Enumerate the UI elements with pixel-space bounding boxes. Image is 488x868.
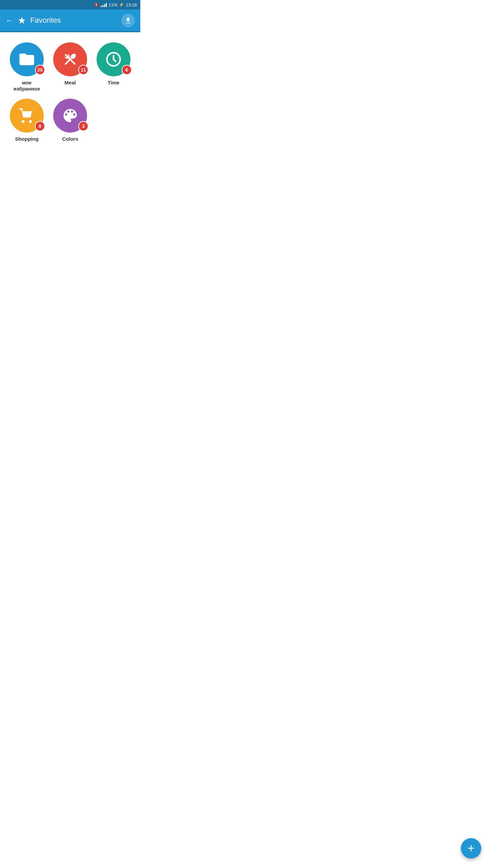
circle-wrapper-colors: 3	[53, 99, 87, 133]
label-meal: Meal	[64, 80, 76, 86]
clock-icon	[105, 51, 122, 68]
star-icon: ★	[18, 15, 26, 26]
circle-wrapper-shopping: 8	[10, 99, 44, 133]
badge-my-favorites: 20	[35, 65, 45, 75]
label-my-favorites: моеизбранное	[14, 80, 40, 92]
category-item-my-favorites[interactable]: 20 моеизбранное	[7, 42, 47, 92]
main-content: 20 моеизбранное	[0, 32, 140, 152]
cutlery-icon	[61, 51, 79, 68]
category-item-meal[interactable]: 11 Meal	[50, 42, 90, 92]
status-bar: 🔇 11% ⚡ 13:18	[0, 0, 140, 9]
bluetooth-icon: 🔇	[94, 2, 99, 7]
circle-wrapper-meal: 11	[53, 42, 87, 76]
badge-meal: 11	[78, 65, 88, 75]
category-grid: 20 моеизбранное	[7, 42, 134, 142]
app-bar: ← ★ Favorites	[0, 9, 140, 31]
badge-shopping: 8	[35, 121, 45, 131]
label-time: Time	[108, 80, 120, 86]
battery-icon: ⚡	[119, 2, 124, 7]
battery-level: 11%	[108, 2, 117, 7]
app-bar-title: ★ Favorites	[18, 15, 117, 26]
circle-wrapper-my-favorites: 20	[10, 42, 44, 76]
time-display: 13:18	[126, 2, 137, 7]
signal-icon	[101, 2, 107, 7]
category-item-shopping[interactable]: 8 Shopping	[7, 99, 47, 142]
label-colors: Colors	[62, 136, 78, 142]
badge-time: 6	[122, 65, 132, 75]
circle-wrapper-time: 6	[97, 42, 130, 76]
star-folder-icon	[18, 51, 36, 68]
palette-icon	[61, 107, 79, 124]
category-item-time[interactable]: 6 Time	[94, 42, 134, 92]
category-item-colors[interactable]: 3 Colors	[50, 99, 90, 142]
status-icons: 🔇 11% ⚡ 13:18	[94, 2, 137, 7]
cart-icon	[18, 107, 36, 124]
badge-colors: 3	[78, 121, 88, 131]
back-button[interactable]: ←	[5, 16, 14, 25]
title-text: Favorites	[30, 16, 61, 25]
download-button[interactable]	[121, 14, 135, 27]
download-icon	[124, 17, 132, 24]
label-shopping: Shopping	[15, 136, 38, 142]
